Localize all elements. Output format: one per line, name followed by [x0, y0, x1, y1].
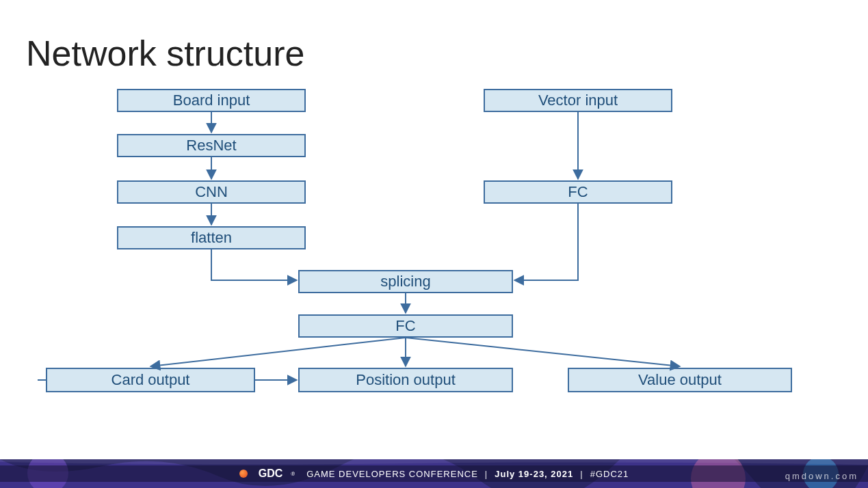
footer-brand: GDC — [259, 467, 283, 480]
footer: GDC ® GAME DEVELOPERS CONFERENCE | July … — [0, 459, 868, 488]
registered-icon: ® — [291, 471, 295, 477]
watermark: qmdown.com — [785, 471, 858, 481]
node-value-output: Value output — [568, 368, 792, 392]
footer-dates: July 19-23, 2021 — [495, 469, 573, 479]
svg-line-8 — [406, 338, 680, 366]
separator-icon: | — [580, 469, 583, 479]
node-card-output: Card output — [46, 368, 255, 392]
node-resnet: ResNet — [117, 134, 306, 157]
footer-conference: GAME DEVELOPERS CONFERENCE — [306, 469, 478, 479]
node-fc-right: FC — [484, 180, 672, 204]
node-fc-mid: FC — [298, 314, 513, 338]
slide-title: Network structure — [26, 33, 304, 74]
node-board-input: Board input — [117, 89, 306, 112]
slide: Network structure Board input ResNet CNN… — [0, 0, 868, 488]
node-splicing: splicing — [298, 270, 513, 293]
node-vector-input: Vector input — [484, 89, 672, 112]
node-position-output: Position output — [298, 368, 513, 392]
brand-dot-icon — [239, 470, 248, 478]
separator-icon: | — [485, 469, 488, 479]
node-cnn: CNN — [117, 180, 306, 204]
node-flatten: flatten — [117, 226, 306, 249]
footer-bar: GDC ® GAME DEVELOPERS CONFERENCE | July … — [0, 465, 868, 482]
svg-line-5 — [150, 338, 406, 366]
footer-hashtag: #GDC21 — [590, 469, 629, 479]
